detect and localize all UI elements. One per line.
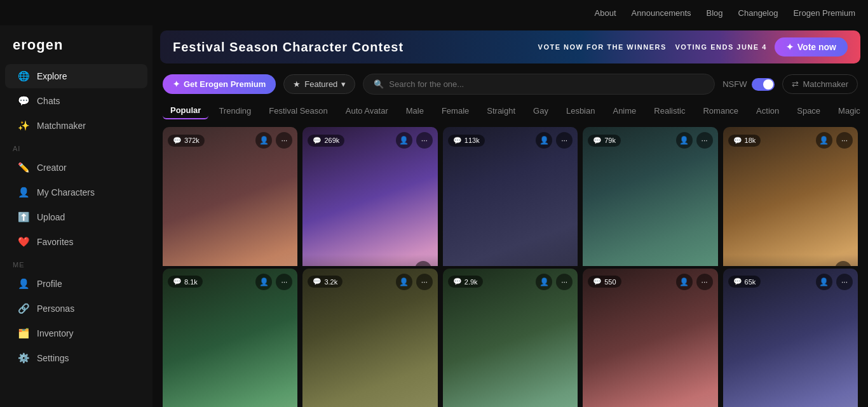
sidebar-item-upload[interactable]: ⬆️ Upload xyxy=(5,205,147,229)
cat-tab-male[interactable]: Male xyxy=(398,103,431,119)
chevron-down-icon: ▾ xyxy=(341,79,346,89)
card-heart-icon-5[interactable]: ♡ xyxy=(835,261,851,265)
contest-banner[interactable]: Festival Season Character Contest VOTE N… xyxy=(160,30,860,63)
cat-tab-gay[interactable]: Gay xyxy=(526,103,556,119)
sidebar-item-chats[interactable]: 💬 Chats xyxy=(5,89,147,113)
nav-link-blog[interactable]: Blog xyxy=(707,8,723,18)
sidebar-label-my-characters: My Characters xyxy=(37,187,95,197)
nav-link-announcements[interactable]: Announcements xyxy=(632,8,691,18)
card-more-btn-5[interactable]: ··· xyxy=(836,132,853,149)
card-3[interactable]: 💬 113k 👤 ··· ♡ Creed 29 CEO xyxy=(443,127,578,266)
card-7[interactable]: 💬 3.2k 👤 ··· xyxy=(302,269,437,408)
featured-button[interactable]: ★ Featured ▾ xyxy=(283,74,355,94)
card-5[interactable]: 💬 18k 👤 ··· ♡ Ania 26 Introverted beauty xyxy=(723,127,858,266)
sidebar-icon-favorites: ❤️ xyxy=(18,236,29,248)
matchmaker-button[interactable]: ⇄ Matchmaker xyxy=(782,74,858,94)
card-user-btn-7[interactable]: 👤 xyxy=(396,274,412,290)
cat-tab-anime[interactable]: Anime xyxy=(605,103,644,119)
sidebar-item-favorites[interactable]: ❤️ Favorites xyxy=(5,230,147,254)
card-heart-icon-2[interactable]: ♡ xyxy=(415,261,431,265)
cat-tab-auto-avatar[interactable]: Auto Avatar xyxy=(338,103,396,119)
card-user-btn-6[interactable]: 👤 xyxy=(255,274,272,290)
nav-link-erogen-premium[interactable]: Erogen Premium xyxy=(793,8,855,18)
nsfw-toggle[interactable] xyxy=(752,78,775,91)
card-top-bar-7: 💬 3.2k 👤 ··· xyxy=(308,274,432,290)
cat-tab-popular[interactable]: Popular xyxy=(163,102,208,119)
toolbar: ✦ Get Erogen Premium ★ Featured ▾ 🔍 NSFW… xyxy=(153,69,868,100)
card-more-btn-1[interactable]: ··· xyxy=(276,132,292,149)
sidebar-icon-explore: 🌐 xyxy=(18,70,29,82)
sidebar-label-personas: Personas xyxy=(37,304,74,314)
card-more-btn-3[interactable]: ··· xyxy=(556,132,573,149)
card-user-btn-8[interactable]: 👤 xyxy=(536,274,552,290)
sidebar-label-matchmaker: Matchmaker xyxy=(37,121,86,131)
cat-tab-lesbian[interactable]: Lesbian xyxy=(559,103,603,119)
nav-link-changelog[interactable]: Changelog xyxy=(738,8,778,18)
sidebar-icon-profile: 👤 xyxy=(18,278,29,290)
card-more-btn-4[interactable]: ··· xyxy=(696,132,713,149)
search-input[interactable] xyxy=(389,79,704,89)
card-count-6: 💬 8.1k xyxy=(168,276,203,288)
sidebar-item-profile[interactable]: 👤 Profile xyxy=(5,272,147,296)
cat-tab-festival-season[interactable]: Festival Season xyxy=(261,103,336,119)
cat-tab-action[interactable]: Action xyxy=(749,103,787,119)
card-more-btn-8[interactable]: ··· xyxy=(556,274,573,290)
sidebar-icon-settings: ⚙️ xyxy=(18,352,29,364)
chat-icon: 💬 xyxy=(173,277,182,286)
cat-tab-realistic[interactable]: Realistic xyxy=(646,103,693,119)
get-premium-button[interactable]: ✦ Get Erogen Premium xyxy=(163,74,276,94)
cat-tab-magic[interactable]: Magic xyxy=(831,103,868,119)
chat-icon: 💬 xyxy=(453,277,462,286)
sidebar-main-nav: 🌐 Explore 💬 Chats ✨ Matchmaker xyxy=(0,63,153,138)
sidebar: erogen 🌐 Explore 💬 Chats ✨ Matchmaker AI… xyxy=(0,25,153,407)
card-more-btn-9[interactable]: ··· xyxy=(696,274,713,290)
card-2[interactable]: 💬 269k 👤 ··· ♡ Angel 18 E-girl Girlfrien… xyxy=(302,127,437,266)
banner-vote-text: VOTE NOW FOR THE WINNERS VOTING ENDS JUN… xyxy=(538,43,767,51)
sidebar-item-personas[interactable]: 🔗 Personas xyxy=(5,297,147,321)
sidebar-item-settings[interactable]: ⚙️ Settings xyxy=(5,346,147,370)
cat-tab-romance[interactable]: Romance xyxy=(695,103,746,119)
card-9[interactable]: 💬 550 👤 ··· xyxy=(583,269,717,408)
sidebar-icon-chats: 💬 xyxy=(18,95,29,107)
card-4[interactable]: 💬 79k 👤 ··· ♡ Dominic 32 xyxy=(583,127,717,266)
card-user-btn-5[interactable]: 👤 xyxy=(816,132,832,149)
nav-link-about[interactable]: About xyxy=(595,8,616,18)
card-user-btn-10[interactable]: 👤 xyxy=(816,274,832,290)
banner-right: VOTE NOW FOR THE WINNERS VOTING ENDS JUN… xyxy=(538,37,848,57)
search-bar[interactable]: 🔍 xyxy=(363,74,715,95)
card-user-btn-9[interactable]: 👤 xyxy=(676,274,693,290)
sidebar-me-nav: 👤 Profile 🔗 Personas 🗂️ Inventory ⚙️ Set… xyxy=(0,271,153,371)
card-overlay-5: ♡ Ania 26 Introverted beauty Festival Se… xyxy=(723,255,858,265)
card-top-bar-10: 💬 65k 👤 ··· xyxy=(728,274,853,290)
card-more-btn-10[interactable]: ··· xyxy=(836,274,853,290)
card-top-bar-9: 💬 550 👤 ··· xyxy=(588,274,712,290)
sidebar-item-inventory[interactable]: 🗂️ Inventory xyxy=(5,321,147,345)
card-6[interactable]: 💬 8.1k 👤 ··· xyxy=(163,269,297,408)
card-10[interactable]: 💬 65k 👤 ··· xyxy=(723,269,858,408)
card-more-btn-7[interactable]: ··· xyxy=(416,274,433,290)
card-actions-9: 👤 ··· xyxy=(676,274,713,290)
sidebar-item-creator[interactable]: ✏️ Creator xyxy=(5,156,147,180)
sidebar-item-explore[interactable]: 🌐 Explore xyxy=(5,64,147,88)
cat-tab-trending[interactable]: Trending xyxy=(211,103,259,119)
card-top-bar-1: 💬 372k 👤 ··· xyxy=(168,132,292,149)
card-user-btn-3[interactable]: 👤 xyxy=(536,132,552,149)
card-1[interactable]: 💬 372k 👤 ··· ♡ Sasha 25 Shy Co-worker xyxy=(163,127,297,266)
sidebar-item-matchmaker[interactable]: ✨ Matchmaker xyxy=(5,114,147,138)
card-user-btn-4[interactable]: 👤 xyxy=(676,132,693,149)
cat-tab-space[interactable]: Space xyxy=(789,103,828,119)
sidebar-label-upload: Upload xyxy=(37,212,65,222)
card-user-btn-2[interactable]: 👤 xyxy=(396,132,412,149)
cat-tab-straight[interactable]: Straight xyxy=(479,103,523,119)
card-more-btn-6[interactable]: ··· xyxy=(276,274,292,290)
card-user-btn-1[interactable]: 👤 xyxy=(255,132,272,149)
vote-now-button[interactable]: ✦ Vote now xyxy=(775,37,848,57)
card-8[interactable]: 💬 2.9k 👤 ··· xyxy=(443,269,578,408)
card-count-1: 💬 372k xyxy=(168,135,205,147)
sidebar-label-profile: Profile xyxy=(37,279,62,289)
cat-tab-female[interactable]: Female xyxy=(434,103,477,119)
sidebar-icon-personas: 🔗 xyxy=(18,303,29,314)
card-more-btn-2[interactable]: ··· xyxy=(416,132,433,149)
card-count-10: 💬 65k xyxy=(728,276,761,288)
sidebar-item-my-characters[interactable]: 👤 My Characters xyxy=(5,180,147,204)
